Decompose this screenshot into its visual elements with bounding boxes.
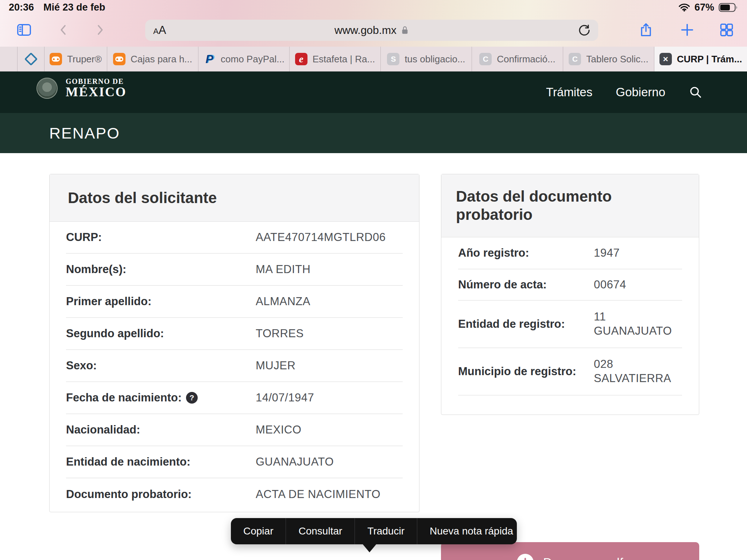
battery-icon [719, 3, 738, 12]
tab-partial[interactable] [0, 47, 18, 71]
url-text: www.gob.mx [334, 24, 396, 36]
reload-button[interactable] [576, 22, 592, 38]
table-row: Documento probatorio: ACTA DE NACIMIENTO [66, 478, 403, 510]
table-row: Fecha de nacimiento: ? 14/07/1947 [66, 382, 403, 414]
page-title: RENAPO [49, 124, 120, 142]
tab-close-icon[interactable]: ✕ [659, 53, 672, 65]
new-tab-icon[interactable] [678, 20, 697, 39]
tab-paypal[interactable]: P como PayPal... [198, 47, 290, 71]
estafeta-favicon-icon: e [295, 53, 307, 65]
table-row: Número de acta: 00674 [458, 269, 682, 301]
menu-item-traducir[interactable]: Traducir [355, 518, 417, 544]
documento-card-title: Datos del documento probatorio [456, 187, 684, 223]
solicitante-card-title: Datos del solicitante [68, 189, 217, 207]
table-row: Entidad de nacimiento: GUANAJUATO [66, 446, 403, 478]
text-selection-menu: Copiar Consultar Traducir Nueva nota ráp… [231, 518, 517, 544]
table-row: Segundo apellido: TORRES [66, 318, 403, 350]
menu-item-copiar[interactable]: Copiar [231, 518, 286, 544]
diamond-favicon-icon [24, 52, 38, 66]
status-bar: 20:36 Mié 23 de feb 67% [0, 0, 747, 14]
clock: 20:36 [9, 2, 34, 13]
safari-toolbar: AA www.gob.mx [0, 14, 747, 47]
descargar-pdf-button[interactable]: Descargar pdf [441, 542, 699, 560]
table-row: Entidad de registro: 11 GUANAJUATO [458, 301, 682, 348]
date: Mié 23 de feb [43, 2, 105, 13]
table-row: CURP: AATE470714MGTLRD06 [66, 222, 403, 254]
tab-obligaciones[interactable]: S tus obligacio... [381, 47, 472, 71]
s-favicon-icon: S [387, 53, 399, 65]
curp-value: AATE470714MGTLRD06 [256, 230, 403, 245]
table-row: Primer apellido: ALMANZA [66, 286, 403, 318]
logo-line1: GOBIERNO DE [66, 78, 127, 85]
table-row: Nombre(s): MA EDITH [66, 254, 403, 286]
tab-bar: Truper® Cajas para h... P como PayPal...… [0, 47, 747, 71]
wifi-icon [678, 3, 690, 12]
search-icon[interactable] [689, 85, 703, 100]
logo-line2: MÉXICO [66, 85, 127, 99]
tab-estafeta[interactable]: e Estafeta | Ra... [290, 47, 381, 71]
cajas-favicon-icon [113, 53, 125, 65]
menu-item-nueva-nota[interactable]: Nueva nota rápida [417, 518, 526, 544]
tab-confirmacion[interactable]: C Confirmació... [472, 47, 563, 71]
solicitante-card: Datos del solicitante CURP: AATE470714MG… [49, 174, 419, 512]
share-icon[interactable] [636, 20, 655, 39]
table-row: Año registro: 1947 [458, 237, 682, 269]
page-content: Datos del solicitante CURP: AATE470714MG… [0, 153, 747, 560]
address-bar[interactable]: AA www.gob.mx [145, 20, 598, 41]
menu-pointer [362, 544, 377, 552]
paypal-favicon-icon: P [203, 53, 216, 65]
help-icon[interactable]: ? [186, 392, 198, 404]
tab-truper[interactable]: Truper® [44, 47, 107, 71]
table-row: Sexo: MUJER [66, 350, 403, 382]
lock-icon [401, 26, 409, 35]
mexico-seal-icon [36, 78, 58, 99]
gobmx-logo[interactable]: GOBIERNO DE MÉXICO [36, 78, 127, 99]
browser-chrome: 20:36 Mié 23 de feb 67% [0, 0, 747, 47]
table-row: Nacionalidad: MEXICO [66, 414, 403, 446]
tab-diamond[interactable] [18, 47, 44, 71]
tab-overview-icon[interactable] [717, 20, 736, 39]
renapo-band: RENAPO [0, 113, 747, 153]
nav-tramites[interactable]: Trámites [546, 85, 592, 99]
text-size-button[interactable]: AA [153, 24, 166, 37]
battery-percent: 67% [694, 2, 714, 13]
documento-card: Datos del documento probatorio Año regis… [441, 174, 699, 415]
tab-tablero[interactable]: C Tablero Solic... [563, 47, 654, 71]
download-icon [517, 554, 534, 560]
gobmx-header: GOBIERNO DE MÉXICO Trámites Gobierno [0, 71, 747, 113]
truper-favicon-icon [50, 53, 62, 65]
sidebar-toggle-button[interactable] [15, 20, 34, 39]
back-button[interactable] [54, 20, 73, 39]
c-favicon-icon: C [569, 53, 581, 65]
c-favicon-icon: C [479, 53, 492, 65]
table-row: Municipio de registro: 028 SALVATIERRA [458, 348, 682, 396]
forward-button[interactable] [90, 20, 109, 39]
nav-gobierno[interactable]: Gobierno [616, 85, 665, 99]
menu-item-consultar[interactable]: Consultar [286, 518, 355, 544]
tab-curp-active[interactable]: ✕ CURP | Trám... [654, 47, 747, 71]
tab-cajas[interactable]: Cajas para h... [107, 47, 198, 71]
